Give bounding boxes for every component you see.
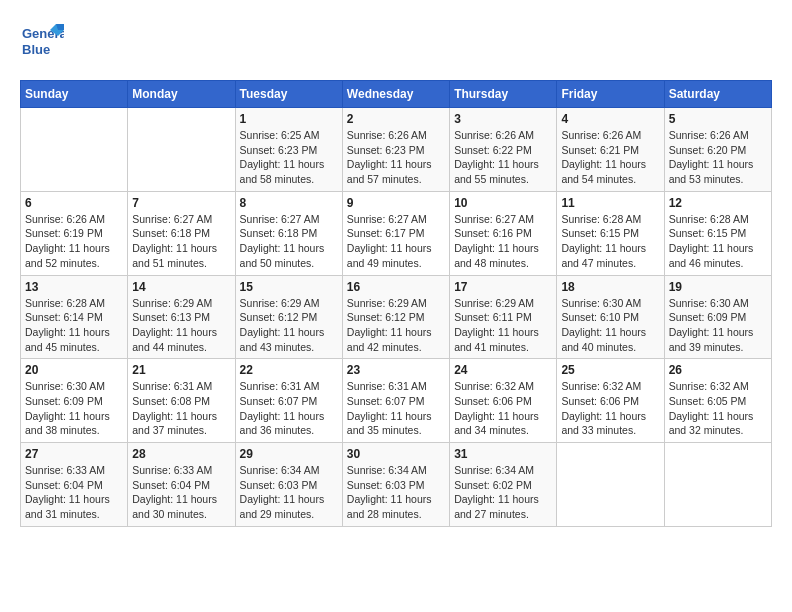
day-number: 8 <box>240 196 338 210</box>
calendar-table: SundayMondayTuesdayWednesdayThursdayFrid… <box>20 80 772 527</box>
day-number: 19 <box>669 280 767 294</box>
day-info: Sunrise: 6:34 AM Sunset: 6:02 PM Dayligh… <box>454 463 552 522</box>
day-number: 12 <box>669 196 767 210</box>
calendar-cell: 17Sunrise: 6:29 AM Sunset: 6:11 PM Dayli… <box>450 275 557 359</box>
calendar-week-1: 1Sunrise: 6:25 AM Sunset: 6:23 PM Daylig… <box>21 108 772 192</box>
calendar-cell <box>21 108 128 192</box>
calendar-cell: 31Sunrise: 6:34 AM Sunset: 6:02 PM Dayli… <box>450 443 557 527</box>
day-info: Sunrise: 6:31 AM Sunset: 6:07 PM Dayligh… <box>347 379 445 438</box>
day-number: 1 <box>240 112 338 126</box>
day-number: 5 <box>669 112 767 126</box>
calendar-cell: 10Sunrise: 6:27 AM Sunset: 6:16 PM Dayli… <box>450 191 557 275</box>
day-info: Sunrise: 6:32 AM Sunset: 6:06 PM Dayligh… <box>454 379 552 438</box>
day-info: Sunrise: 6:27 AM Sunset: 6:18 PM Dayligh… <box>132 212 230 271</box>
day-info: Sunrise: 6:30 AM Sunset: 6:09 PM Dayligh… <box>25 379 123 438</box>
calendar-cell: 6Sunrise: 6:26 AM Sunset: 6:19 PM Daylig… <box>21 191 128 275</box>
day-info: Sunrise: 6:29 AM Sunset: 6:11 PM Dayligh… <box>454 296 552 355</box>
day-info: Sunrise: 6:27 AM Sunset: 6:16 PM Dayligh… <box>454 212 552 271</box>
day-number: 29 <box>240 447 338 461</box>
day-number: 14 <box>132 280 230 294</box>
day-number: 25 <box>561 363 659 377</box>
day-info: Sunrise: 6:31 AM Sunset: 6:07 PM Dayligh… <box>240 379 338 438</box>
day-info: Sunrise: 6:29 AM Sunset: 6:12 PM Dayligh… <box>240 296 338 355</box>
day-number: 28 <box>132 447 230 461</box>
day-info: Sunrise: 6:30 AM Sunset: 6:09 PM Dayligh… <box>669 296 767 355</box>
day-number: 20 <box>25 363 123 377</box>
day-info: Sunrise: 6:31 AM Sunset: 6:08 PM Dayligh… <box>132 379 230 438</box>
day-number: 2 <box>347 112 445 126</box>
day-info: Sunrise: 6:34 AM Sunset: 6:03 PM Dayligh… <box>347 463 445 522</box>
day-header-tuesday: Tuesday <box>235 81 342 108</box>
calendar-cell: 22Sunrise: 6:31 AM Sunset: 6:07 PM Dayli… <box>235 359 342 443</box>
calendar-cell: 30Sunrise: 6:34 AM Sunset: 6:03 PM Dayli… <box>342 443 449 527</box>
day-info: Sunrise: 6:32 AM Sunset: 6:05 PM Dayligh… <box>669 379 767 438</box>
calendar-cell: 25Sunrise: 6:32 AM Sunset: 6:06 PM Dayli… <box>557 359 664 443</box>
calendar-cell: 28Sunrise: 6:33 AM Sunset: 6:04 PM Dayli… <box>128 443 235 527</box>
calendar-week-4: 20Sunrise: 6:30 AM Sunset: 6:09 PM Dayli… <box>21 359 772 443</box>
calendar-cell: 16Sunrise: 6:29 AM Sunset: 6:12 PM Dayli… <box>342 275 449 359</box>
day-info: Sunrise: 6:27 AM Sunset: 6:17 PM Dayligh… <box>347 212 445 271</box>
day-info: Sunrise: 6:32 AM Sunset: 6:06 PM Dayligh… <box>561 379 659 438</box>
day-info: Sunrise: 6:33 AM Sunset: 6:04 PM Dayligh… <box>132 463 230 522</box>
calendar-week-3: 13Sunrise: 6:28 AM Sunset: 6:14 PM Dayli… <box>21 275 772 359</box>
calendar-cell: 2Sunrise: 6:26 AM Sunset: 6:23 PM Daylig… <box>342 108 449 192</box>
day-header-saturday: Saturday <box>664 81 771 108</box>
day-number: 6 <box>25 196 123 210</box>
calendar-cell: 12Sunrise: 6:28 AM Sunset: 6:15 PM Dayli… <box>664 191 771 275</box>
day-info: Sunrise: 6:28 AM Sunset: 6:15 PM Dayligh… <box>669 212 767 271</box>
day-header-thursday: Thursday <box>450 81 557 108</box>
logo: General Blue <box>20 20 64 64</box>
calendar-cell: 23Sunrise: 6:31 AM Sunset: 6:07 PM Dayli… <box>342 359 449 443</box>
day-number: 16 <box>347 280 445 294</box>
calendar-cell: 11Sunrise: 6:28 AM Sunset: 6:15 PM Dayli… <box>557 191 664 275</box>
day-info: Sunrise: 6:26 AM Sunset: 6:23 PM Dayligh… <box>347 128 445 187</box>
day-info: Sunrise: 6:29 AM Sunset: 6:12 PM Dayligh… <box>347 296 445 355</box>
calendar-cell <box>557 443 664 527</box>
day-number: 9 <box>347 196 445 210</box>
day-number: 7 <box>132 196 230 210</box>
day-info: Sunrise: 6:30 AM Sunset: 6:10 PM Dayligh… <box>561 296 659 355</box>
calendar-cell: 24Sunrise: 6:32 AM Sunset: 6:06 PM Dayli… <box>450 359 557 443</box>
day-info: Sunrise: 6:26 AM Sunset: 6:19 PM Dayligh… <box>25 212 123 271</box>
day-info: Sunrise: 6:27 AM Sunset: 6:18 PM Dayligh… <box>240 212 338 271</box>
day-number: 4 <box>561 112 659 126</box>
day-number: 24 <box>454 363 552 377</box>
calendar-cell <box>664 443 771 527</box>
day-number: 26 <box>669 363 767 377</box>
calendar-cell: 15Sunrise: 6:29 AM Sunset: 6:12 PM Dayli… <box>235 275 342 359</box>
calendar-cell: 3Sunrise: 6:26 AM Sunset: 6:22 PM Daylig… <box>450 108 557 192</box>
calendar-cell: 8Sunrise: 6:27 AM Sunset: 6:18 PM Daylig… <box>235 191 342 275</box>
day-number: 27 <box>25 447 123 461</box>
calendar-week-5: 27Sunrise: 6:33 AM Sunset: 6:04 PM Dayli… <box>21 443 772 527</box>
day-info: Sunrise: 6:26 AM Sunset: 6:20 PM Dayligh… <box>669 128 767 187</box>
calendar-cell: 13Sunrise: 6:28 AM Sunset: 6:14 PM Dayli… <box>21 275 128 359</box>
day-header-friday: Friday <box>557 81 664 108</box>
day-info: Sunrise: 6:28 AM Sunset: 6:14 PM Dayligh… <box>25 296 123 355</box>
day-number: 17 <box>454 280 552 294</box>
day-header-sunday: Sunday <box>21 81 128 108</box>
day-info: Sunrise: 6:34 AM Sunset: 6:03 PM Dayligh… <box>240 463 338 522</box>
calendar-cell: 19Sunrise: 6:30 AM Sunset: 6:09 PM Dayli… <box>664 275 771 359</box>
calendar-cell: 4Sunrise: 6:26 AM Sunset: 6:21 PM Daylig… <box>557 108 664 192</box>
day-info: Sunrise: 6:28 AM Sunset: 6:15 PM Dayligh… <box>561 212 659 271</box>
calendar-cell: 9Sunrise: 6:27 AM Sunset: 6:17 PM Daylig… <box>342 191 449 275</box>
calendar-cell: 5Sunrise: 6:26 AM Sunset: 6:20 PM Daylig… <box>664 108 771 192</box>
logo-graphic: General Blue <box>20 20 64 64</box>
svg-text:Blue: Blue <box>22 42 50 57</box>
calendar-cell: 20Sunrise: 6:30 AM Sunset: 6:09 PM Dayli… <box>21 359 128 443</box>
calendar-cell: 26Sunrise: 6:32 AM Sunset: 6:05 PM Dayli… <box>664 359 771 443</box>
day-number: 30 <box>347 447 445 461</box>
day-number: 21 <box>132 363 230 377</box>
day-info: Sunrise: 6:26 AM Sunset: 6:21 PM Dayligh… <box>561 128 659 187</box>
day-number: 11 <box>561 196 659 210</box>
calendar-cell: 27Sunrise: 6:33 AM Sunset: 6:04 PM Dayli… <box>21 443 128 527</box>
day-info: Sunrise: 6:26 AM Sunset: 6:22 PM Dayligh… <box>454 128 552 187</box>
day-number: 18 <box>561 280 659 294</box>
calendar-cell: 29Sunrise: 6:34 AM Sunset: 6:03 PM Dayli… <box>235 443 342 527</box>
day-number: 22 <box>240 363 338 377</box>
day-number: 13 <box>25 280 123 294</box>
page-header: General Blue <box>20 20 772 64</box>
day-header-wednesday: Wednesday <box>342 81 449 108</box>
calendar-cell: 1Sunrise: 6:25 AM Sunset: 6:23 PM Daylig… <box>235 108 342 192</box>
calendar-header-row: SundayMondayTuesdayWednesdayThursdayFrid… <box>21 81 772 108</box>
